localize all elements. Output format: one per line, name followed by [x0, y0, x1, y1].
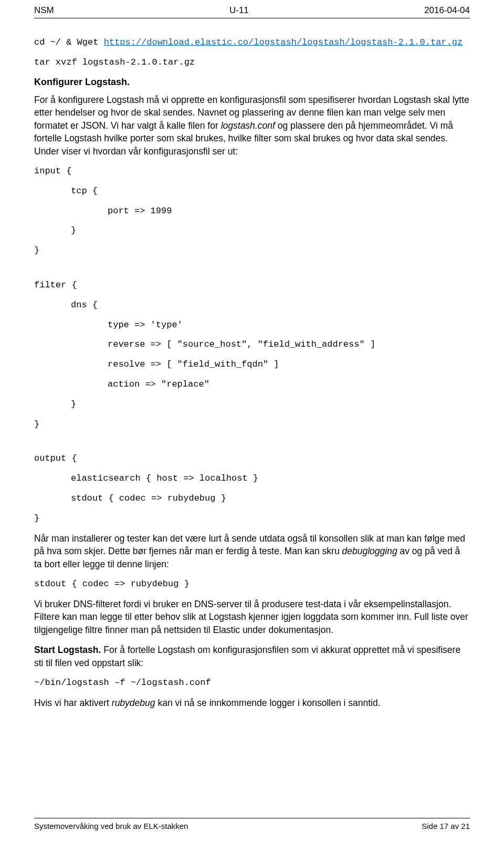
output-open: output {	[34, 452, 470, 465]
page-header: NSM U-11 2016-04-04	[34, 0, 470, 18]
para2-italic: debuglogging	[342, 546, 397, 556]
stdout-line: stdout { codec => rubydebug }	[34, 578, 470, 590]
command-line-1: cd ~/ & Wget https://download.elastic.co…	[34, 36, 470, 49]
para1-italic: logstash.conf	[221, 120, 278, 131]
filter-close: }	[34, 418, 470, 431]
input-close: }	[34, 244, 470, 257]
para5-post: kan vi nå se innkommende logger i konsol…	[155, 698, 381, 708]
brace-close-1: }	[34, 224, 470, 237]
tcp-open: tcp {	[34, 185, 470, 198]
tcp-close-wrap: }	[34, 224, 470, 237]
dns-l4: action => "replace"	[34, 378, 470, 391]
paragraph-5: Hvis vi har aktivert rubydebug kan vi nå…	[34, 697, 470, 710]
header-left: NSM	[34, 4, 54, 17]
dns-l1-wrap: type => 'type'	[34, 319, 470, 331]
footer-right: Side 17 av 21	[422, 821, 470, 832]
command-line-2: tar xvzf logstash-2.1.0.tar.gz	[34, 56, 470, 69]
out-l2: stdout { codec => rubydebug }	[34, 492, 470, 505]
para5-pre: Hvis vi har aktivert	[34, 698, 112, 708]
dns-l3-wrap: resolve => [ "field_with_fqdn" ]	[34, 358, 470, 371]
paragraph-2: Når man installerer og tester kan det væ…	[34, 532, 470, 571]
paragraph-1: For å konfigurere Logstash må vi opprett…	[34, 94, 470, 158]
footer-left: Systemovervåking ved bruk av ELK-stakken	[34, 821, 188, 832]
paragraph-4-wrap: Start Logstash. For å fortelle Logstash …	[34, 643, 470, 669]
out-l1-wrap: elasticsearch { host => localhost }	[34, 472, 470, 485]
dns-l1: type => 'type'	[34, 319, 470, 331]
input-open: input {	[34, 165, 470, 178]
port-line-wrap: port => 1999	[34, 205, 470, 217]
page-footer: Systemovervåking ved bruk av ELK-stakken…	[34, 818, 470, 832]
dns-open: dns {	[34, 299, 470, 312]
out-l1: elasticsearch { host => localhost }	[34, 472, 470, 485]
brace-close-2: }	[34, 398, 470, 411]
download-link[interactable]: https://download.elastic.co/logstash/log…	[104, 37, 463, 47]
dns-open-wrap: dns {	[34, 299, 470, 312]
output-close: }	[34, 512, 470, 525]
start-title: Start Logstash.	[34, 645, 103, 655]
cmd-prefix: cd ~/ & Wget	[34, 37, 104, 47]
tcp-open-wrap: tcp {	[34, 185, 470, 198]
header-center: U-11	[229, 4, 249, 17]
para5-italic: rubydebug	[112, 698, 155, 708]
header-right: 2016-04-04	[424, 4, 470, 17]
dns-l2-wrap: reverse => [ "source_host", "field_with_…	[34, 338, 470, 351]
dns-l2: reverse => [ "source_host", "field_with_…	[34, 338, 470, 351]
dns-l4-wrap: action => "replace"	[34, 378, 470, 391]
start-cmd: ~/bin/logstash –f ~/logstash.conf	[34, 677, 470, 689]
paragraph-3: Vi bruker DNS-filteret fordi vi bruker e…	[34, 598, 470, 637]
filter-open: filter {	[34, 279, 470, 292]
page-content: cd ~/ & Wget https://download.elastic.co…	[0, 18, 504, 741]
port-line: port => 1999	[34, 205, 470, 217]
konfigurer-title: Konfigurer Logstash.	[34, 76, 470, 89]
dns-close-wrap: }	[34, 398, 470, 411]
dns-l3: resolve => [ "field_with_fqdn" ]	[34, 358, 470, 371]
out-l2-wrap: stdout { codec => rubydebug }	[34, 492, 470, 505]
